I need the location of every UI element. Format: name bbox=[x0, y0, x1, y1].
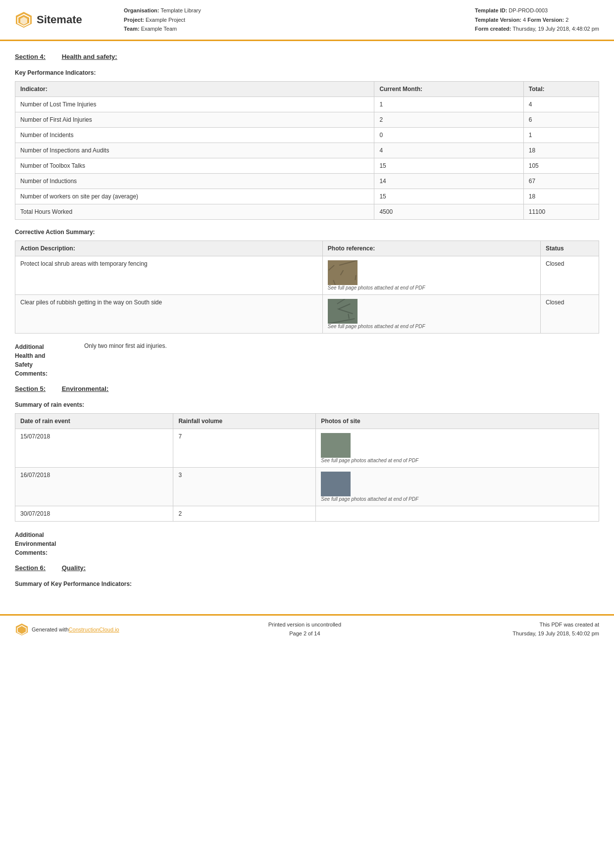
org-line: Organisation: Template Library bbox=[124, 6, 201, 15]
team-label: Team: bbox=[124, 26, 140, 32]
kpi-col-total: Total: bbox=[523, 82, 599, 97]
rain-events-heading: Summary of rain events: bbox=[15, 401, 599, 408]
section5-title: Environmental: bbox=[62, 385, 109, 392]
rain-photo-thumbnail bbox=[321, 472, 351, 496]
section4-title: Health and safety: bbox=[62, 53, 117, 60]
kpi-cell: 105 bbox=[523, 158, 599, 174]
section6-heading: Section 6: Quality: bbox=[15, 564, 599, 572]
corrective-col-desc: Action Description: bbox=[15, 241, 323, 256]
form-version-value: 2 bbox=[565, 17, 568, 23]
footer-center: Printed version is uncontrolled Page 2 o… bbox=[119, 621, 490, 638]
form-version-label: Form Version: bbox=[527, 17, 564, 23]
kpi-header-row: Indicator: Current Month: Total: bbox=[15, 82, 599, 97]
kpi-cell: Number of First Aid Injuries bbox=[15, 112, 374, 128]
kpi-heading: Key Performance Indicators: bbox=[15, 69, 599, 76]
team-value: Example Team bbox=[141, 26, 177, 32]
additional-hs-label: AdditionalHealth andSafetyComments: bbox=[15, 342, 84, 378]
corrective-row: Protect local shrub areas with temporary… bbox=[15, 256, 599, 295]
kpi-cell: Number of Toolbox Talks bbox=[15, 158, 374, 174]
logo-area: Sitemate bbox=[15, 11, 104, 29]
kpi-cell: Number of workers on site per day (avera… bbox=[15, 189, 374, 204]
kpi-cell: 14 bbox=[374, 174, 523, 189]
project-label: Project: bbox=[124, 17, 144, 23]
footer-right-line1: This PDF was created at bbox=[490, 621, 599, 629]
kpi-cell: 2 bbox=[374, 112, 523, 128]
kpi-row: Number of workers on site per day (avera… bbox=[15, 189, 599, 204]
corrective-header-row: Action Description: Photo reference: Sta… bbox=[15, 241, 599, 256]
corrective-photo: See full page photos attached at end of … bbox=[322, 295, 540, 334]
kpi-row: Number of Incidents01 bbox=[15, 128, 599, 143]
svg-rect-9 bbox=[328, 299, 358, 324]
kpi-cell: 15 bbox=[374, 189, 523, 204]
rain-row: 30/07/20182 bbox=[15, 506, 599, 522]
main-content: Section 4: Health and safety: Key Perfor… bbox=[0, 41, 614, 604]
corrective-photo: See full page photos attached at end of … bbox=[322, 256, 540, 295]
kpi-row: Total Hours Worked450011100 bbox=[15, 204, 599, 220]
svg-rect-15 bbox=[321, 433, 351, 458]
kpi-cell: 1 bbox=[523, 128, 599, 143]
header-meta-left: Organisation: Template Library Project: … bbox=[124, 6, 201, 34]
rain-date: 30/07/2018 bbox=[15, 506, 173, 522]
logo-text: Sitemate bbox=[37, 13, 82, 26]
kpi-cell: 1 bbox=[374, 97, 523, 112]
template-version-label: Template Version: bbox=[475, 17, 521, 23]
kpi-cell: 4 bbox=[374, 143, 523, 158]
project-value: Example Project bbox=[146, 17, 185, 23]
template-version-value: 4 bbox=[523, 17, 526, 23]
kpi-table: Indicator: Current Month: Total: Number … bbox=[15, 81, 599, 220]
footer-link[interactable]: ConstructionCloud.io bbox=[69, 627, 119, 632]
kpi-cell: 18 bbox=[523, 143, 599, 158]
rain-photo-caption: See full page photos attached at end of … bbox=[321, 458, 594, 463]
rain-photo-caption: See full page photos attached at end of … bbox=[321, 496, 594, 502]
project-line: Project: Example Project bbox=[124, 15, 201, 25]
photo-caption: See full page photos attached at end of … bbox=[328, 285, 535, 290]
section4-heading: Section 4: Health and safety: bbox=[15, 53, 599, 60]
rain-photo bbox=[316, 506, 599, 522]
footer-right-line2: Thursday, 19 July 2018, 5:40:02 pm bbox=[490, 629, 599, 638]
section5-heading: Section 5: Environmental: bbox=[15, 385, 599, 392]
kpi-row: Number of Inductions1467 bbox=[15, 174, 599, 189]
svg-rect-16 bbox=[321, 472, 351, 496]
additional-env-label: AdditionalEnvironmentalComments: bbox=[15, 530, 84, 557]
rain-date: 16/07/2018 bbox=[15, 468, 173, 506]
corrective-col-photo: Photo reference: bbox=[322, 241, 540, 256]
page-footer: Generated with ConstructionCloud.io Prin… bbox=[0, 614, 614, 643]
corrective-col-status: Status bbox=[541, 241, 599, 256]
template-version-line: Template Version: 4 Form Version: 2 bbox=[475, 15, 599, 25]
org-value: Template Library bbox=[160, 7, 201, 13]
kpi-col-current: Current Month: bbox=[374, 82, 523, 97]
kpi-cell: 6 bbox=[523, 112, 599, 128]
team-line: Team: Example Team bbox=[124, 24, 201, 34]
summary-kpi-heading: Summary of Key Performance Indicators: bbox=[15, 580, 599, 587]
rain-volume: 2 bbox=[173, 506, 316, 522]
rain-row: 16/07/20183See full page photos attached… bbox=[15, 468, 599, 506]
form-created-line: Form created: Thursday, 19 July 2018, 4:… bbox=[475, 24, 599, 34]
section6-label: Section 6: bbox=[15, 564, 46, 572]
footer-generated-text: Generated with bbox=[32, 627, 69, 632]
rain-photo: See full page photos attached at end of … bbox=[316, 468, 599, 506]
kpi-cell: 4500 bbox=[374, 204, 523, 220]
template-id-line: Template ID: DP-PROD-0003 bbox=[475, 6, 599, 15]
kpi-cell: 18 bbox=[523, 189, 599, 204]
form-created-label: Form created: bbox=[475, 26, 511, 32]
page-header: Sitemate Organisation: Template Library … bbox=[0, 0, 614, 41]
kpi-cell: Number of Lost Time Injuries bbox=[15, 97, 374, 112]
corrective-row: Clear piles of rubbish getting in the wa… bbox=[15, 295, 599, 334]
rain-date: 15/07/2018 bbox=[15, 429, 173, 468]
rain-col-date: Date of rain event bbox=[15, 414, 173, 429]
rain-col-photos: Photos of site bbox=[316, 414, 599, 429]
corrective-table: Action Description: Photo reference: Sta… bbox=[15, 241, 599, 334]
kpi-col-indicator: Indicator: bbox=[15, 82, 374, 97]
kpi-cell: Number of Inductions bbox=[15, 174, 374, 189]
header-meta-right: Template ID: DP-PROD-0003 Template Versi… bbox=[475, 6, 599, 34]
section6-title: Quality: bbox=[62, 564, 86, 572]
kpi-cell: Number of Incidents bbox=[15, 128, 374, 143]
form-created-value: Thursday, 19 July 2018, 4:48:02 pm bbox=[512, 26, 599, 32]
kpi-row: Number of Lost Time Injuries14 bbox=[15, 97, 599, 112]
footer-logo: Generated with ConstructionCloud.io bbox=[15, 623, 119, 636]
photo-caption: See full page photos attached at end of … bbox=[328, 324, 535, 329]
footer-center-line1: Printed version is uncontrolled bbox=[119, 621, 490, 629]
photo-thumbnail bbox=[328, 260, 358, 285]
rain-header-row: Date of rain event Rainfall volume Photo… bbox=[15, 414, 599, 429]
section5-label: Section 5: bbox=[15, 385, 46, 392]
